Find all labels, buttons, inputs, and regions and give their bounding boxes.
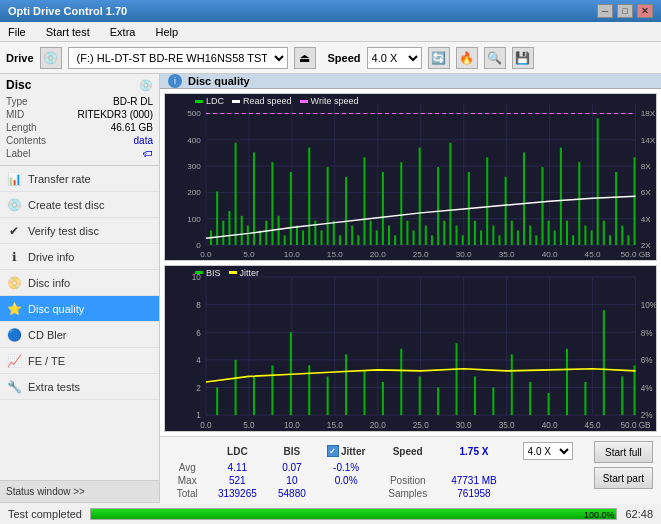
col-speed-val: 1.75 X (439, 441, 510, 461)
svg-rect-105 (603, 221, 605, 245)
svg-text:400: 400 (187, 136, 201, 145)
sidebar-item-verify-test-disc[interactable]: ✔ Verify test disc (0, 218, 159, 244)
svg-rect-84 (474, 221, 476, 245)
sidebar-item-drive-info-label: Drive info (28, 251, 74, 263)
svg-rect-90 (511, 221, 513, 245)
status-window-label: Status window >> (6, 486, 85, 497)
svg-rect-66 (363, 157, 365, 245)
speed-select-stats[interactable]: 4.0 X (523, 442, 573, 460)
svg-text:30.0: 30.0 (456, 250, 472, 259)
disc-mid-key: MID (6, 109, 24, 120)
speed-static-label: Speed (393, 446, 423, 457)
avg-bis: 0.07 (268, 461, 315, 474)
elapsed-time: 62:48 (625, 508, 653, 520)
analyze-button[interactable]: 🔍 (484, 47, 506, 69)
save-button[interactable]: 💾 (512, 47, 534, 69)
max-ldc: 521 (206, 474, 268, 487)
disc-type-val: BD-R DL (113, 96, 153, 107)
sidebar-item-disc-info[interactable]: 📀 Disc info (0, 270, 159, 296)
disc-quality-header: i Disc quality (160, 74, 661, 89)
disc-contents-val: data (134, 135, 153, 146)
svg-text:40.0: 40.0 (542, 420, 558, 430)
close-button[interactable]: ✕ (637, 4, 653, 18)
refresh-button[interactable]: 🔄 (428, 47, 450, 69)
menu-help[interactable]: Help (151, 24, 182, 40)
svg-rect-92 (523, 152, 525, 245)
svg-rect-75 (419, 148, 421, 245)
disc-contents-row: Contents data (6, 135, 153, 146)
svg-rect-165 (474, 376, 476, 415)
svg-rect-161 (400, 349, 402, 415)
start-part-button[interactable]: Start part (594, 467, 653, 489)
svg-rect-56 (302, 230, 304, 245)
svg-text:50.0 GB: 50.0 GB (621, 250, 651, 259)
burn-button[interactable]: 🔥 (456, 47, 478, 69)
minimize-button[interactable]: ─ (597, 4, 613, 18)
max-jitter: 0.0% (316, 474, 377, 487)
svg-text:40.0: 40.0 (542, 250, 558, 259)
svg-rect-110 (633, 157, 635, 245)
avg-label: Avg (168, 461, 206, 474)
drive-label: Drive (6, 52, 34, 64)
svg-rect-108 (621, 226, 623, 245)
svg-text:2%: 2% (641, 410, 653, 420)
svg-rect-54 (290, 172, 292, 245)
disc-quality-header-icon: i (168, 74, 182, 88)
svg-rect-172 (603, 310, 605, 415)
ldc-chart: LDC Read speed Write speed (164, 93, 657, 261)
progress-bar-fill (91, 509, 616, 519)
sidebar-item-create-test-disc[interactable]: 💿 Create test disc (0, 192, 159, 218)
bis-chart: BIS Jitter (164, 265, 657, 433)
drive-select[interactable]: (F:) HL-DT-ST BD-RE WH16NS58 TST4 (68, 47, 288, 69)
svg-text:2: 2 (196, 382, 201, 392)
ldc-chart-svg: 0 100 200 300 400 500 2X 4X 6X 8X 14X 18… (165, 94, 656, 260)
svg-rect-151 (216, 387, 218, 415)
status-window-button[interactable]: Status window >> (0, 480, 159, 502)
progress-label: 100.0% (584, 509, 615, 521)
svg-text:6: 6 (196, 327, 201, 337)
menu-start-test[interactable]: Start test (42, 24, 94, 40)
sidebar-item-cd-bler[interactable]: 🔵 CD Bler (0, 322, 159, 348)
sidebar-item-disc-quality[interactable]: ⭐ Disc quality (0, 296, 159, 322)
eject-button[interactable]: ⏏ (294, 47, 316, 69)
start-full-button[interactable]: Start full (594, 441, 653, 463)
menu-bar: File Start test Extra Help (0, 22, 661, 42)
disc-label-key: Label (6, 148, 30, 159)
svg-rect-46 (241, 216, 243, 245)
sidebar-item-transfer-rate[interactable]: 📊 Transfer rate (0, 166, 159, 192)
sidebar-item-drive-info[interactable]: ℹ Drive info (0, 244, 159, 270)
sidebar-item-fe-te[interactable]: 📈 FE / TE (0, 348, 159, 374)
svg-text:10.0: 10.0 (284, 250, 300, 259)
bis-chart-svg: 1 2 4 6 8 10 2% 4% 6% 8% 10% 0.0 5.0 10.… (165, 266, 656, 432)
svg-text:5.0: 5.0 (243, 420, 255, 430)
bis-chart-legend: BIS Jitter (195, 268, 259, 278)
svg-rect-44 (228, 211, 230, 245)
action-buttons: Start full Start part (594, 441, 653, 500)
main-layout: Disc 💿 Type BD-R DL MID RITEKDR3 (000) L… (0, 74, 661, 502)
sidebar-item-extra-tests[interactable]: 🔧 Extra tests (0, 374, 159, 400)
bottom-status-bar: Test completed 100.0% 62:48 (0, 502, 661, 524)
read-speed-legend-item: Read speed (232, 96, 292, 106)
jitter-checkbox[interactable]: ✓ (327, 445, 339, 457)
svg-text:6X: 6X (641, 189, 652, 198)
svg-rect-59 (320, 230, 322, 245)
svg-rect-77 (431, 235, 433, 245)
svg-rect-80 (449, 143, 451, 245)
svg-rect-82 (462, 235, 464, 245)
svg-rect-99 (566, 221, 568, 245)
stats-max-row: Max 521 10 0.0% Position 47731 MB (168, 474, 586, 487)
stats-total-row: Total 3139265 54880 Samples 761958 (168, 487, 586, 500)
speed-select[interactable]: 4.0 X (367, 47, 422, 69)
svg-rect-101 (578, 162, 580, 245)
stats-table: LDC BIS ✓ Jitter Speed (168, 441, 586, 500)
svg-text:35.0: 35.0 (499, 250, 515, 259)
menu-file[interactable]: File (4, 24, 30, 40)
menu-extra[interactable]: Extra (106, 24, 140, 40)
svg-rect-55 (296, 226, 298, 245)
svg-rect-95 (541, 167, 543, 245)
maximize-button[interactable]: □ (617, 4, 633, 18)
svg-rect-157 (327, 376, 329, 415)
svg-text:200: 200 (187, 189, 201, 198)
col-empty (168, 441, 206, 461)
svg-text:10.0: 10.0 (284, 420, 300, 430)
